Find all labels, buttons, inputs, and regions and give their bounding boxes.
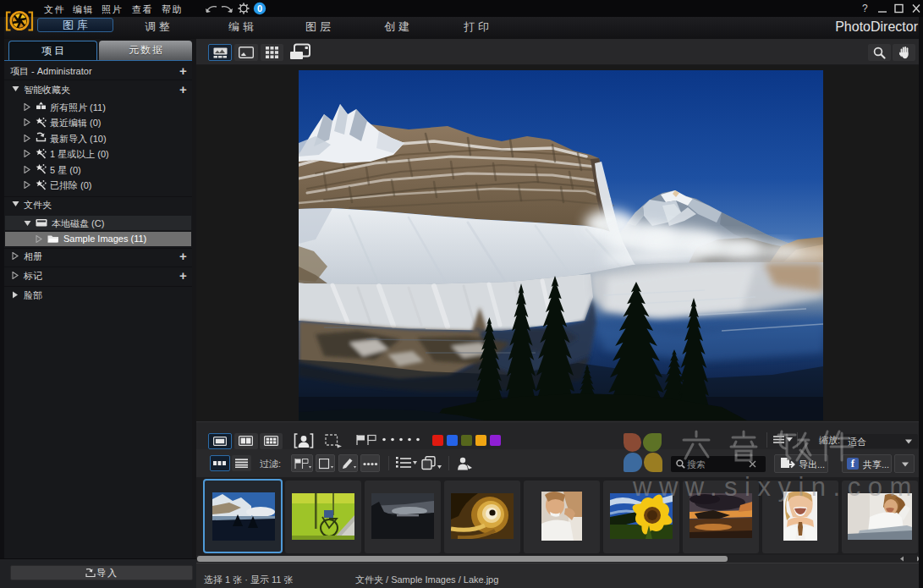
svg-text:0: 0 xyxy=(257,3,262,14)
